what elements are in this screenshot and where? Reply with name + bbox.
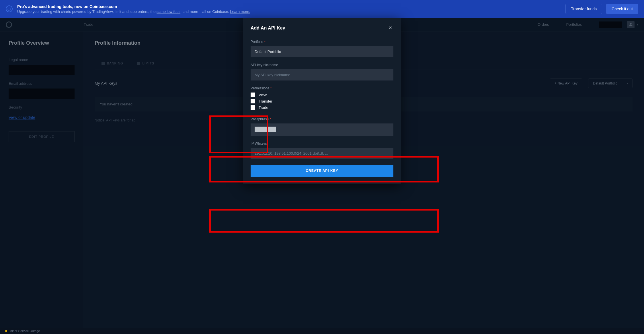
banner-link-fees[interactable]: same low fees [157,9,180,14]
edit-profile-button[interactable]: EDIT PROFILE [9,131,75,142]
limits-icon [137,62,140,65]
coinbase-ring-icon: ◌ [6,5,13,12]
portfolio-field: Portfolio * Default Portfolio [251,40,393,57]
email-redacted [9,89,75,99]
required-asterisk-icon: * [270,86,272,90]
user-name-redacted [599,21,622,28]
legal-name-redacted [9,65,75,75]
banner-title: Pro's advanced trading tools, now on Coi… [17,4,565,9]
tab-banking[interactable]: BANKING [95,58,130,70]
banner-link-learn[interactable]: Learn more. [230,9,250,14]
tab-limits-label: LIMITS [143,62,154,65]
user-avatar-icon[interactable] [627,21,635,28]
portfolio-label-text: Portfolio [251,40,263,44]
required-asterisk-icon: * [264,40,266,44]
permissions-label-text: Permissions [251,86,269,90]
perm-view-checkbox[interactable] [251,93,255,97]
email-label: Email address [9,81,75,86]
passphrase-redacted [255,127,276,132]
nickname-label: API key nickname [251,63,393,67]
passphrase-label: Passphrase * [251,117,393,121]
banner-text: Pro's advanced trading tools, now on Coi… [17,4,565,14]
perm-trade-checkbox[interactable] [251,105,255,110]
passphrase-input[interactable] [251,123,393,136]
banner-subtitle: Upgrade your trading with charts powered… [17,9,565,14]
banner-sub-prefix: Upgrade your trading with charts powered… [17,9,157,14]
perm-trade-row[interactable]: Trade [251,105,393,110]
status-footer: Minor Service Outage [0,328,644,334]
nav-orders[interactable]: Orders [538,22,549,27]
ip-whitelist-label: IP Whitelist [251,142,393,146]
check-it-out-button[interactable]: Check it out [606,4,638,14]
modal-close-button[interactable]: ✕ [387,24,393,32]
portfolio-label: Portfolio * [251,40,393,44]
coinbase-logo-icon[interactable] [6,21,12,28]
perm-transfer-label: Transfer [259,99,272,103]
tab-banking-label: BANKING [107,62,123,65]
nickname-field: API key nickname [251,63,393,80]
ip-whitelist-field: IP Whitelist [251,142,393,159]
empty-notice-text: You haven't created [100,102,132,106]
ip-whitelist-input[interactable] [251,148,393,159]
portfolio-select-value: Default Portfolio [593,81,617,85]
nav-portfolios[interactable]: Portfolios [566,22,582,27]
portfolio-dropdown[interactable]: Default Portfolio [251,46,393,57]
perm-transfer-checkbox[interactable] [251,99,255,103]
modal-title: Add An API Key [251,25,387,31]
nickname-input[interactable] [251,69,393,80]
permissions-field: Permissions * View Transfer Trade [251,86,393,110]
user-menu-caret-icon[interactable]: ▾ [637,23,638,26]
transfer-funds-button[interactable]: Transfer funds [565,4,602,14]
status-dot-icon [5,330,7,332]
promo-banner: ◌ Pro's advanced trading tools, now on C… [0,0,644,18]
security-label: Security [9,105,75,109]
banner-actions: Transfer funds Check it out [565,4,638,14]
create-api-key-button[interactable]: CREATE API KEY [251,165,393,177]
banner-sub-mid: , and more – all on Coinbase. [180,9,230,14]
bank-icon [102,62,105,65]
security-view-link[interactable]: View or update [9,115,35,120]
status-text: Minor Service Outage [9,329,40,333]
new-api-key-button[interactable]: + New API Key [550,78,582,88]
add-api-key-modal: Add An API Key ✕ Portfolio * Default Por… [243,18,401,184]
tab-limits[interactable]: LIMITS [130,58,161,70]
legal-name-label: Legal name [9,58,75,62]
required-asterisk-icon: * [270,117,271,121]
perm-transfer-row[interactable]: Transfer [251,99,393,103]
perm-view-label: View [259,93,267,97]
passphrase-label-text: Passphrase [251,117,269,121]
nav-trade[interactable]: Trade [84,22,93,27]
perm-trade-label: Trade [259,105,268,110]
perm-view-row[interactable]: View [251,93,393,97]
passphrase-field: Passphrase * [251,117,393,136]
portfolio-select[interactable]: Default Portfolio [588,78,633,88]
sidebar-heading: Profile Overview [9,40,75,46]
sidebar: Profile Overview Legal name Email addres… [0,32,83,328]
permissions-label: Permissions * [251,86,393,90]
